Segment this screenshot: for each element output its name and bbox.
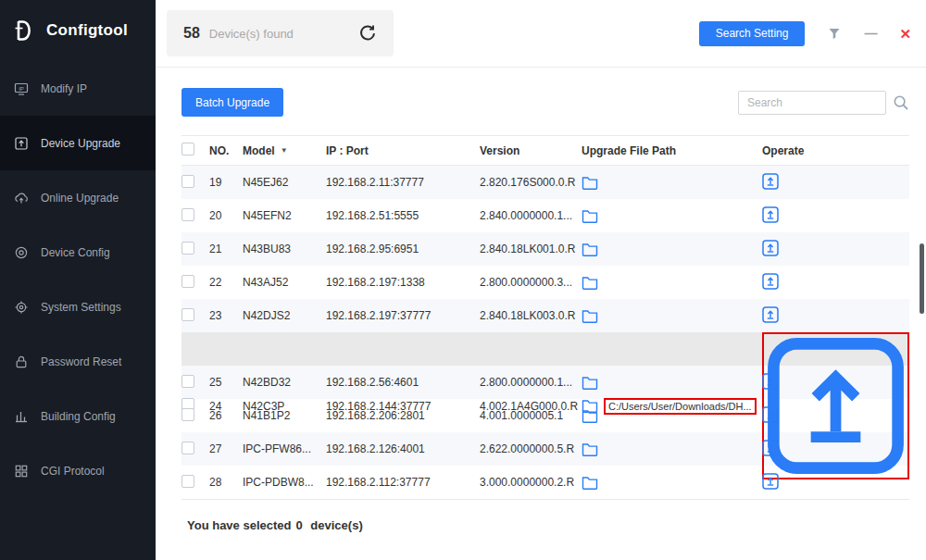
sidebar: Configtool IPModify IPDevice UpgradeOnli… — [0, 0, 156, 560]
cgi-protocol-icon — [14, 464, 29, 479]
header-ip-port: IP : Port — [326, 144, 480, 157]
row-model: N45EFN2 — [243, 209, 326, 222]
sidebar-item-online-upgrade[interactable]: Online Upgrade — [0, 170, 156, 225]
search-input[interactable] — [738, 91, 886, 115]
selected-suffix: device(s) — [310, 518, 362, 532]
upload-icon[interactable] — [762, 306, 779, 323]
filter-icon[interactable] — [827, 26, 842, 41]
row-no: 20 — [209, 209, 243, 222]
row-model: N41B1P2 — [243, 409, 326, 422]
batch-upgrade-button[interactable]: Batch Upgrade — [181, 88, 283, 117]
sidebar-item-label: CGI Protocol — [41, 465, 105, 478]
folder-icon[interactable] — [582, 243, 598, 256]
upgrade-file-path-cell — [582, 209, 762, 223]
folder-icon[interactable] — [582, 476, 598, 490]
row-model: N43AJ52 — [243, 276, 326, 289]
row-checkbox-cell — [181, 175, 209, 191]
close-button[interactable]: ✕ — [899, 27, 911, 41]
upload-icon[interactable] — [762, 173, 779, 190]
header-model: Model ▼ — [243, 144, 326, 157]
sidebar-item-system-settings[interactable]: System Settings — [0, 280, 156, 334]
row-no: 23 — [209, 309, 243, 322]
upload-icon[interactable] — [762, 440, 779, 456]
header-operate: Operate — [762, 144, 909, 157]
row-ip-port: 192.168.2.51:5555 — [326, 209, 480, 222]
folder-icon[interactable] — [582, 409, 598, 423]
upload-icon[interactable] — [762, 373, 779, 390]
row-ip-port: 192.168.2.112:37777 — [326, 476, 480, 489]
row-version: 2.820.176S000.0.R — [480, 176, 582, 189]
folder-icon[interactable] — [582, 376, 598, 390]
toolbar: Batch Upgrade — [181, 88, 909, 117]
sidebar-item-cgi-protocol[interactable]: CGI Protocol — [0, 443, 156, 498]
table-header-row: NO. Model ▼ IP : Port Version Upgrade Fi… — [181, 135, 909, 166]
upload-icon[interactable] — [762, 206, 779, 223]
table-row: 20N45EFN2192.168.2.51:55552.840.0000000.… — [181, 199, 909, 232]
folder-icon[interactable] — [582, 176, 598, 190]
upgrade-file-path-cell — [582, 309, 762, 323]
password-reset-icon — [14, 355, 29, 369]
device-count-box: 58 Device(s) found — [167, 10, 394, 56]
row-checkbox[interactable] — [181, 242, 194, 255]
row-checkbox[interactable] — [181, 275, 194, 288]
row-checkbox[interactable] — [181, 475, 194, 488]
row-no: 19 — [209, 176, 243, 189]
header-model-label: Model — [243, 144, 275, 157]
operate-cell — [762, 306, 909, 326]
row-ip-port: 192.168.2.197:1338 — [326, 276, 480, 289]
upload-icon[interactable] — [762, 240, 779, 256]
upload-icon[interactable] — [762, 273, 779, 290]
minimize-button[interactable]: — — [864, 27, 877, 40]
folder-icon[interactable] — [582, 276, 598, 290]
sidebar-item-label: Device Upgrade — [41, 137, 120, 150]
upgrade-file-path-cell — [582, 409, 762, 423]
row-checkbox[interactable] — [181, 408, 194, 421]
row-model: N42DJS2 — [243, 309, 326, 322]
sidebar-item-modify-ip[interactable]: IPModify IP — [0, 61, 156, 116]
vertical-scrollbar[interactable] — [920, 243, 924, 314]
upload-icon[interactable] — [762, 406, 779, 423]
sidebar-nav: IPModify IPDevice UpgradeOnline UpgradeD… — [0, 61, 156, 498]
selected-prefix: You have selected — [187, 518, 291, 532]
row-checkbox[interactable] — [181, 175, 194, 188]
search-setting-button[interactable]: Search Setting — [699, 21, 806, 46]
row-version: 4.001.0000005.1 — [480, 409, 582, 422]
folder-icon[interactable] — [582, 209, 598, 223]
row-checkbox[interactable] — [181, 308, 194, 321]
sidebar-item-device-upgrade[interactable]: Device Upgrade — [0, 116, 156, 170]
row-checkbox-cell — [181, 442, 209, 457]
row-checkbox[interactable] — [181, 375, 194, 388]
operate-cell — [762, 473, 909, 492]
sidebar-item-label: System Settings — [41, 301, 121, 314]
refresh-icon[interactable] — [358, 24, 377, 43]
row-checkbox-cell — [181, 242, 209, 257]
device-count: 58 — [183, 25, 200, 42]
sidebar-item-building-config[interactable]: Building Config — [0, 389, 156, 443]
folder-icon[interactable] — [582, 309, 598, 323]
row-ip-port: 192.168.2.11:37777 — [326, 176, 480, 189]
row-no: 25 — [209, 376, 243, 389]
modify-ip-icon: IP — [14, 81, 29, 96]
model-sort-icon[interactable]: ▼ — [281, 146, 288, 155]
row-no: 28 — [209, 476, 243, 489]
row-checkbox-cell — [181, 375, 209, 391]
row-ip-port: 192.168.2.197:37777 — [326, 309, 480, 322]
row-checkbox[interactable] — [181, 442, 194, 454]
table-row: 22N43AJ52192.168.2.197:13382.800.0000000… — [181, 266, 909, 299]
sidebar-item-label: Online Upgrade — [41, 192, 119, 205]
select-all-checkbox[interactable] — [181, 143, 194, 156]
topbar: 58 Device(s) found Search Setting — ✕ — [156, 0, 926, 68]
sidebar-item-password-reset[interactable]: Password Reset — [0, 334, 156, 389]
upgrade-file-path-cell — [582, 243, 762, 256]
operate-cell — [762, 273, 909, 292]
search-icon[interactable] — [893, 94, 909, 111]
row-no: 21 — [209, 243, 243, 255]
folder-icon[interactable] — [582, 442, 598, 456]
upgrade-file-path-cell — [582, 476, 762, 490]
row-checkbox[interactable] — [181, 208, 194, 221]
sidebar-item-device-config[interactable]: Device Config — [0, 225, 156, 280]
upgrade-file-path-cell — [582, 442, 762, 456]
search-area — [738, 91, 909, 115]
operate-cell — [762, 373, 909, 392]
upload-icon[interactable] — [762, 473, 779, 490]
